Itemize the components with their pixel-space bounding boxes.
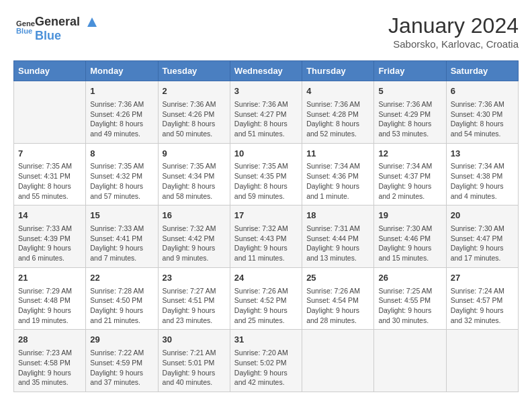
cell-content: Sunrise: 7:33 AM Sunset: 4:41 PM Dayligh… (90, 224, 153, 263)
cell-content: Sunrise: 7:23 AM Sunset: 4:58 PM Dayligh… (18, 348, 81, 387)
cell-content: Sunrise: 7:31 AM Sunset: 4:44 PM Dayligh… (306, 224, 369, 263)
calendar-cell: 14Sunrise: 7:33 AM Sunset: 4:39 PM Dayli… (14, 205, 86, 268)
cell-content: Sunrise: 7:36 AM Sunset: 4:26 PM Dayligh… (90, 99, 153, 139)
day-number: 29 (90, 334, 153, 347)
calendar-cell: 17Sunrise: 7:32 AM Sunset: 4:43 PM Dayli… (230, 205, 302, 268)
calendar-cell: 28Sunrise: 7:23 AM Sunset: 4:58 PM Dayli… (14, 330, 86, 392)
cell-content: Sunrise: 7:36 AM Sunset: 4:30 PM Dayligh… (451, 99, 514, 139)
day-number: 24 (234, 272, 298, 285)
day-number: 19 (378, 210, 441, 222)
svg-text:Blue: Blue (16, 27, 32, 35)
day-number: 11 (306, 148, 369, 161)
calendar-cell (14, 81, 86, 144)
calendar-cell: 10Sunrise: 7:35 AM Sunset: 4:35 PM Dayli… (230, 143, 302, 205)
day-number: 1 (90, 85, 153, 98)
cell-content: Sunrise: 7:36 AM Sunset: 4:28 PM Dayligh… (306, 99, 369, 139)
header-monday: Monday (86, 61, 158, 81)
svg-marker-3 (87, 17, 97, 27)
day-number: 21 (18, 272, 81, 285)
header-friday: Friday (374, 61, 446, 81)
cell-content: Sunrise: 7:28 AM Sunset: 4:50 PM Dayligh… (90, 286, 153, 326)
calendar-cell: 20Sunrise: 7:30 AM Sunset: 4:47 PM Dayli… (446, 205, 518, 268)
day-number: 3 (234, 85, 298, 98)
calendar-week-row: 21Sunrise: 7:29 AM Sunset: 4:48 PM Dayli… (14, 267, 519, 330)
calendar-cell: 23Sunrise: 7:27 AM Sunset: 4:51 PM Dayli… (158, 267, 230, 330)
cell-content: Sunrise: 7:35 AM Sunset: 4:35 PM Dayligh… (234, 161, 298, 201)
cell-content: Sunrise: 7:36 AM Sunset: 4:27 PM Dayligh… (234, 99, 298, 139)
header-saturday: Saturday (446, 61, 518, 81)
calendar-cell: 9Sunrise: 7:35 AM Sunset: 4:34 PM Daylig… (158, 143, 230, 205)
day-number: 30 (163, 334, 226, 347)
page-subtitle: Saborsko, Karlovac, Croatia (388, 38, 519, 50)
page-header: General Blue General Blue January 2024 S… (13, 13, 519, 50)
calendar-cell: 27Sunrise: 7:24 AM Sunset: 4:57 PM Dayli… (446, 267, 518, 330)
calendar-cell: 2Sunrise: 7:36 AM Sunset: 4:26 PM Daylig… (158, 81, 230, 144)
calendar-cell: 16Sunrise: 7:32 AM Sunset: 4:42 PM Dayli… (158, 205, 230, 268)
day-number: 28 (18, 334, 81, 347)
day-number: 16 (163, 210, 226, 222)
calendar-cell: 25Sunrise: 7:26 AM Sunset: 4:54 PM Dayli… (302, 267, 374, 330)
header-wednesday: Wednesday (230, 61, 302, 81)
day-number: 22 (90, 272, 153, 285)
calendar-cell: 22Sunrise: 7:28 AM Sunset: 4:50 PM Dayli… (86, 267, 158, 330)
cell-content: Sunrise: 7:36 AM Sunset: 4:29 PM Dayligh… (378, 99, 441, 139)
cell-content: Sunrise: 7:30 AM Sunset: 4:47 PM Dayligh… (451, 224, 514, 263)
cell-content: Sunrise: 7:27 AM Sunset: 4:51 PM Dayligh… (163, 286, 226, 326)
logo-general: General (35, 15, 80, 28)
calendar-cell: 13Sunrise: 7:34 AM Sunset: 4:38 PM Dayli… (446, 143, 518, 205)
cell-content: Sunrise: 7:34 AM Sunset: 4:36 PM Dayligh… (306, 161, 369, 201)
logo-blue: Blue (35, 30, 99, 43)
svg-text:General: General (16, 19, 35, 27)
calendar-cell: 21Sunrise: 7:29 AM Sunset: 4:48 PM Dayli… (14, 267, 86, 330)
cell-content: Sunrise: 7:35 AM Sunset: 4:31 PM Dayligh… (18, 161, 81, 201)
day-number: 9 (163, 148, 226, 161)
day-number: 12 (378, 148, 441, 161)
header-tuesday: Tuesday (158, 61, 230, 81)
calendar-table: SundayMondayTuesdayWednesdayThursdayFrid… (13, 60, 519, 392)
calendar-cell: 6Sunrise: 7:36 AM Sunset: 4:30 PM Daylig… (446, 81, 518, 144)
calendar-cell: 3Sunrise: 7:36 AM Sunset: 4:27 PM Daylig… (230, 81, 302, 144)
cell-content: Sunrise: 7:26 AM Sunset: 4:54 PM Dayligh… (306, 286, 369, 326)
cell-content: Sunrise: 7:24 AM Sunset: 4:57 PM Dayligh… (451, 286, 514, 326)
cell-content: Sunrise: 7:34 AM Sunset: 4:38 PM Dayligh… (451, 161, 514, 201)
calendar-cell: 1Sunrise: 7:36 AM Sunset: 4:26 PM Daylig… (86, 81, 158, 144)
day-number: 4 (306, 85, 369, 98)
cell-content: Sunrise: 7:26 AM Sunset: 4:52 PM Dayligh… (234, 286, 298, 326)
cell-content: Sunrise: 7:25 AM Sunset: 4:55 PM Dayligh… (378, 286, 441, 326)
calendar-header-row: SundayMondayTuesdayWednesdayThursdayFrid… (14, 61, 519, 81)
day-number: 10 (234, 148, 298, 161)
page-title: January 2024 (388, 13, 519, 38)
logo: General Blue General Blue (13, 13, 99, 43)
logo-icon: General Blue (16, 17, 35, 36)
day-number: 14 (18, 210, 81, 222)
cell-content: Sunrise: 7:21 AM Sunset: 5:01 PM Dayligh… (163, 348, 226, 387)
cell-content: Sunrise: 7:32 AM Sunset: 4:42 PM Dayligh… (163, 224, 226, 263)
calendar-cell: 19Sunrise: 7:30 AM Sunset: 4:46 PM Dayli… (374, 205, 446, 268)
cell-content: Sunrise: 7:20 AM Sunset: 5:02 PM Dayligh… (234, 348, 298, 387)
cell-content: Sunrise: 7:22 AM Sunset: 4:59 PM Dayligh… (90, 348, 153, 387)
calendar-cell (374, 330, 446, 392)
header-thursday: Thursday (302, 61, 374, 81)
calendar-week-row: 14Sunrise: 7:33 AM Sunset: 4:39 PM Dayli… (14, 205, 519, 268)
day-number: 18 (306, 210, 369, 222)
cell-content: Sunrise: 7:33 AM Sunset: 4:39 PM Dayligh… (18, 224, 81, 263)
cell-content: Sunrise: 7:29 AM Sunset: 4:48 PM Dayligh… (18, 286, 81, 326)
calendar-cell: 5Sunrise: 7:36 AM Sunset: 4:29 PM Daylig… (374, 81, 446, 144)
day-number: 6 (451, 85, 514, 98)
calendar-cell: 18Sunrise: 7:31 AM Sunset: 4:44 PM Dayli… (302, 205, 374, 268)
header-sunday: Sunday (14, 61, 86, 81)
day-number: 27 (451, 272, 514, 285)
day-number: 7 (18, 148, 81, 161)
day-number: 17 (234, 210, 298, 222)
cell-content: Sunrise: 7:34 AM Sunset: 4:37 PM Dayligh… (378, 161, 441, 201)
day-number: 13 (451, 148, 514, 161)
cell-content: Sunrise: 7:35 AM Sunset: 4:32 PM Dayligh… (90, 161, 153, 201)
calendar-cell: 4Sunrise: 7:36 AM Sunset: 4:28 PM Daylig… (302, 81, 374, 144)
day-number: 25 (306, 272, 369, 285)
calendar-cell: 8Sunrise: 7:35 AM Sunset: 4:32 PM Daylig… (86, 143, 158, 205)
calendar-cell (302, 330, 374, 392)
calendar-cell: 29Sunrise: 7:22 AM Sunset: 4:59 PM Dayli… (86, 330, 158, 392)
calendar-cell: 30Sunrise: 7:21 AM Sunset: 5:01 PM Dayli… (158, 330, 230, 392)
day-number: 26 (378, 272, 441, 285)
calendar-cell: 11Sunrise: 7:34 AM Sunset: 4:36 PM Dayli… (302, 143, 374, 205)
